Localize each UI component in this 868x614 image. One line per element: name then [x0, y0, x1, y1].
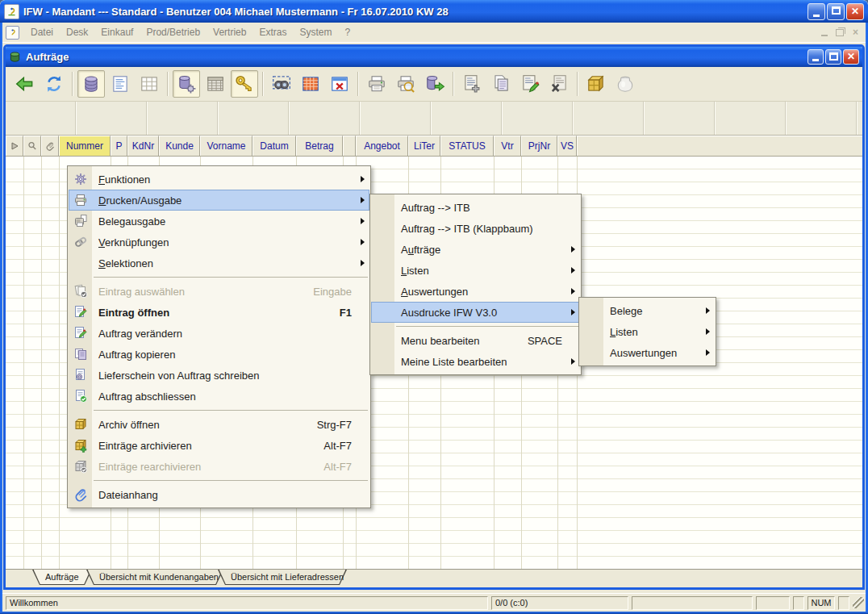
menu-item-eintrag-auswaehlen: Eintrag auswählen Eingabe: [69, 281, 369, 302]
document-check-icon: [69, 389, 93, 403]
delete-record-icon[interactable]: [545, 70, 573, 98]
menu-item-selektionen[interactable]: Selektionen: [69, 253, 369, 274]
menu-item-auftrag-veraendern[interactable]: Auftrag verändern: [69, 323, 369, 344]
edit-record-icon[interactable]: [516, 70, 544, 98]
refresh-icon[interactable]: [40, 70, 68, 98]
jar-icon[interactable]: [611, 70, 639, 98]
menu-item-lieferschein-schreiben[interactable]: Lieferschein von Auftrag schreiben: [69, 365, 369, 386]
submenu-item-meine-liste-bearbeiten[interactable]: Meine Liste bearbeiten: [371, 351, 580, 372]
menu-item-dateianhang[interactable]: Dateianhang: [69, 484, 369, 505]
menu-item-eintraege-archivieren[interactable]: Einträge archivieren Alt-F7: [69, 435, 369, 456]
minimize-button[interactable]: [807, 3, 825, 20]
column-header-angebot[interactable]: Angebot: [356, 136, 408, 156]
submenu-item-belege[interactable]: Belege: [580, 300, 715, 321]
menubar-app-icon: [6, 26, 19, 40]
column-header-datum[interactable]: Datum: [252, 136, 296, 156]
print-preview-icon[interactable]: [392, 70, 419, 98]
menu-item-auftrag-kopieren[interactable]: Auftrag kopieren: [69, 344, 369, 365]
menubar-item-einkauf[interactable]: Einkauf: [94, 24, 140, 40]
column-header-empty: [577, 136, 862, 156]
submenu-item-auswertungen2[interactable]: Auswertungen: [580, 342, 715, 363]
archive-package-icon[interactable]: [582, 70, 610, 98]
tab-uebersicht-kundenangaben[interactable]: Übersicht mit Kundenangaben: [86, 570, 223, 585]
auftraege-close-button[interactable]: ✕: [843, 49, 859, 65]
row-marker-icon[interactable]: [6, 136, 23, 156]
back-icon[interactable]: [11, 70, 39, 98]
column-header-nummer[interactable]: Nummer: [59, 136, 111, 156]
submenu-arrow-icon: [361, 260, 365, 266]
database-export-icon[interactable]: [421, 70, 449, 98]
auftraege-maximize-button[interactable]: [825, 49, 841, 65]
print-icon[interactable]: [363, 70, 390, 98]
submenu-item-auftrag-itb-klappbaum[interactable]: Auftrag --> ITB (Klappbaum): [371, 218, 580, 239]
tab-uebersicht-lieferadressen[interactable]: Übersicht mit Lieferadressen: [218, 570, 347, 585]
submenu-item-auftrag-itb[interactable]: Auftrag --> ITB: [371, 197, 580, 218]
toolbar-separator: [577, 72, 578, 96]
column-header-prjnr[interactable]: PrjNr: [521, 136, 557, 156]
menu-separator: [94, 277, 368, 278]
column-header-kunde[interactable]: Kunde: [159, 136, 200, 156]
form-view-icon[interactable]: [106, 70, 134, 98]
submenu-item-listen[interactable]: Listen: [371, 260, 580, 281]
column-header-kdnr[interactable]: KdNr: [127, 136, 159, 156]
menu-item-funktionen[interactable]: Funktionen: [69, 169, 369, 190]
column-header-status[interactable]: STATUS: [440, 136, 494, 156]
database-settings-icon[interactable]: [173, 70, 200, 98]
submenu-item-auswertungen[interactable]: Auswertungen: [371, 281, 580, 302]
mdi-minimize-button[interactable]: [818, 27, 832, 39]
submenu-item-ausdrucke-ifw-v30[interactable]: Ausdrucke IFW V3.0: [371, 302, 580, 323]
menubar-item-system[interactable]: System: [293, 24, 338, 40]
database-icon[interactable]: [77, 70, 105, 98]
add-record-icon[interactable]: [458, 70, 486, 98]
application-window: IFW - Mandant --- Standard - Benutzer 00…: [0, 0, 868, 614]
matrix-icon[interactable]: [297, 70, 324, 98]
auftraege-minimize-button[interactable]: [807, 49, 824, 65]
calendar-delete-icon[interactable]: [326, 70, 353, 98]
column-header-vs[interactable]: VS: [557, 136, 577, 156]
menubar-item-extras[interactable]: Extras: [252, 24, 293, 40]
menu-item-auftrag-abschliessen[interactable]: Auftrag abschliessen: [69, 386, 369, 407]
resize-grip[interactable]: [853, 597, 864, 608]
menu-item-eintrag-oeffnen[interactable]: Eintrag öffnen F1: [69, 302, 369, 323]
key-icon[interactable]: [231, 70, 258, 98]
attachment-icon[interactable]: [41, 136, 59, 156]
mdi-close-button[interactable]: ×: [849, 27, 862, 39]
menubar-item-vertrieb[interactable]: Vertrieb: [207, 24, 252, 40]
column-header-betrag[interactable]: Betrag: [296, 136, 343, 156]
column-header-liter[interactable]: LiTer: [408, 136, 440, 156]
column-header-p[interactable]: P: [111, 136, 127, 156]
document-copy-icon: [69, 347, 93, 361]
submenu-arrow-icon: [706, 349, 710, 356]
mdi-restore-button[interactable]: [833, 27, 847, 39]
menubar-item-help[interactable]: ?: [338, 24, 357, 40]
column-header-vtr[interactable]: Vtr: [494, 136, 521, 156]
submenu-item-auftraege[interactable]: Aufträge: [371, 239, 580, 260]
submenu-item-listen2[interactable]: Listen: [580, 321, 715, 342]
menubar-item-datei[interactable]: Datei: [24, 24, 60, 40]
find-icon[interactable]: [268, 70, 295, 98]
submenu-item-menu-bearbeiten[interactable]: Menu bearbeiten SPACE: [371, 330, 580, 351]
submenu-arrow-icon: [571, 246, 575, 253]
copy-record-icon[interactable]: [487, 70, 515, 98]
table-icon[interactable]: [202, 70, 229, 98]
package-icon: [69, 417, 93, 432]
grid-view-icon[interactable]: [136, 70, 163, 98]
menu-item-verknuepfungen[interactable]: Verknüpfungen: [69, 232, 369, 253]
column-header-spacer: [343, 136, 356, 156]
column-header-vorname[interactable]: Vorname: [200, 136, 252, 156]
auftraege-titlebar: Aufträge ✕: [6, 47, 862, 67]
close-button[interactable]: ✕: [846, 3, 864, 20]
submenu-arrow-icon: [361, 218, 365, 224]
menu-item-archiv-oeffnen[interactable]: Archiv öffnen Strg-F7: [69, 414, 369, 435]
tab-auftraege[interactable]: Aufträge: [32, 570, 92, 585]
maximize-button[interactable]: [827, 3, 845, 20]
search-icon[interactable]: [23, 136, 41, 156]
menu-item-drucken-ausgabe[interactable]: Drucken/Ausgabe: [69, 190, 369, 211]
paperclip-icon: [69, 487, 93, 502]
package-gray-icon: [69, 459, 93, 474]
menu-item-belegausgabe[interactable]: Belegausgabe: [69, 211, 369, 232]
status-panel-empty: [793, 596, 804, 610]
submenu-arrow-icon: [706, 307, 710, 314]
menubar-item-prod-betrieb[interactable]: Prod/Betrieb: [140, 24, 207, 40]
menubar-item-desk[interactable]: Desk: [60, 24, 94, 40]
